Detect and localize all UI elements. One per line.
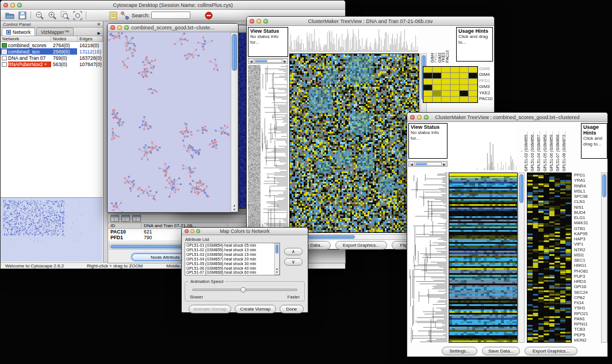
attribute-select-icon[interactable] <box>110 215 119 222</box>
nav-right-icon[interactable]: ▶ <box>282 59 288 63</box>
close-button[interactable] <box>410 115 415 120</box>
heatmap-canvas[interactable] <box>449 173 518 343</box>
save-data-button[interactable]: Save Data... <box>482 347 520 355</box>
close-panel-icon[interactable]: ✕ <box>97 22 101 27</box>
gene-label[interactable]: RPO21 <box>574 311 600 316</box>
nav-left-icon[interactable]: ◀ <box>248 59 254 63</box>
dendrogram-nav[interactable]: ◀ ▶ <box>408 161 447 167</box>
settings-button[interactable]: Settings... <box>442 347 477 355</box>
gene-label[interactable]: PEP5 <box>574 332 600 338</box>
open-session-icon[interactable] <box>4 10 16 20</box>
gene-label[interactable]: KAP95 <box>574 231 600 236</box>
vscroll-thumb[interactable] <box>602 174 606 197</box>
gene-label[interactable]: HMG1 <box>574 263 600 268</box>
close-button[interactable] <box>250 19 254 24</box>
gene-label[interactable]: MAK31 <box>574 220 600 225</box>
birdseye-view[interactable] <box>1 197 103 262</box>
gene-label[interactable]: CLN1 <box>574 199 600 204</box>
network-canvas[interactable] <box>108 32 231 212</box>
zoom-button[interactable] <box>124 25 129 30</box>
nav-track[interactable] <box>414 162 442 166</box>
done-button[interactable]: Done <box>280 305 304 313</box>
gene-label[interactable]: NIS1 <box>574 205 600 210</box>
zoom-in-icon[interactable] <box>47 10 58 20</box>
animate-vizmap-button[interactable]: Animate Vizmap <box>189 305 231 313</box>
row-dendrogram[interactable] <box>408 173 447 343</box>
attribute-item[interactable]: GPL51-02 (GSM855) heat shock 10 min <box>186 248 280 252</box>
zoom-fit-icon[interactable] <box>72 10 83 20</box>
heatmap-hscrollbar[interactable] <box>289 234 419 240</box>
move-down-button[interactable]: ∨ <box>284 258 303 266</box>
gene-label[interactable]: ELG1 <box>574 215 600 220</box>
tab-network[interactable]: Network <box>2 28 35 36</box>
network-row[interactable]: DNA and Tran 07 769(0) 183728(0) <box>1 55 103 61</box>
gene-label[interactable]: BUD4 <box>574 210 600 215</box>
gene-label[interactable]: PUF3 <box>574 274 600 279</box>
gene-label[interactable]: RPN11 <box>574 321 600 327</box>
gene-label[interactable]: HAP3 <box>574 236 600 242</box>
zoom-selected-icon[interactable] <box>59 10 71 20</box>
gene-label[interactable]: RNR4 <box>574 183 600 189</box>
gene-label[interactable]: CPA2 <box>574 295 600 300</box>
create-vizmap-button[interactable]: Create Vizmap <box>235 305 276 313</box>
close-button[interactable] <box>185 229 189 233</box>
tab-overflow-icon[interactable]: ▶ <box>95 31 103 36</box>
heatmap-canvas[interactable] <box>289 53 419 233</box>
attribute-create-icon[interactable] <box>121 215 130 222</box>
dialog-title-bar[interactable]: Map Colors to Network <box>182 228 308 235</box>
attribute-list-scrollbar[interactable]: ▲ ▼ <box>274 243 280 275</box>
network-vscrollbar[interactable]: ▲ ▼ <box>231 32 238 212</box>
gene-list-vscrollbar[interactable] <box>601 173 607 343</box>
col-edges[interactable]: Edges <box>78 36 103 41</box>
scroll-down-icon[interactable]: ▼ <box>231 208 238 211</box>
minimize-button[interactable] <box>10 3 15 7</box>
heatmap-vscrollbar[interactable] <box>518 173 525 343</box>
attribute-item[interactable]: GPL51-06 (GSM859) heat shock 40 min <box>186 266 280 271</box>
gene-label[interactable]: SEC1 <box>574 258 600 263</box>
gene-label[interactable]: HRD3 <box>574 279 600 284</box>
gene-label[interactable]: SPC98 <box>574 194 600 199</box>
selection-heatmap[interactable] <box>527 173 572 343</box>
correlation-matrix[interactable] <box>423 66 478 103</box>
search-input[interactable] <box>151 12 190 19</box>
nav-left-icon[interactable]: ◀ <box>409 162 414 166</box>
vscroll-thumb[interactable] <box>232 34 237 71</box>
zoom-button[interactable] <box>263 19 268 24</box>
treeview-combined-title-bar[interactable]: ClusterMaker TreeView : combined_scores_… <box>407 113 607 122</box>
network-row[interactable]: combined_sco 2569(6) 13112(15) <box>1 48 103 55</box>
scroll-up-icon[interactable]: ▲ <box>231 204 238 207</box>
zoom-button[interactable] <box>424 115 429 120</box>
gene-label[interactable]: MSI1 <box>574 252 600 258</box>
gene-label[interactable]: TCB3 <box>574 327 600 332</box>
minimize-button[interactable] <box>417 115 422 120</box>
export-graphics-button[interactable]: Export Graphics... <box>525 347 577 355</box>
gene-label[interactable]: PAN1 <box>574 316 600 321</box>
dendrogram-nav[interactable]: ◀ ▶ <box>248 58 288 64</box>
gene-label[interactable]: MSL1 <box>574 189 600 194</box>
attribute-item[interactable]: GPL51-01 (GSM854) heat shock 05 min <box>186 243 280 248</box>
zoom-button[interactable] <box>196 229 200 233</box>
gene-label[interactable]: YSH1 <box>574 305 600 311</box>
gene-label[interactable]: GTB1 <box>574 226 600 231</box>
network-window-title-bar[interactable]: combined_scores_good.txt--cluste... <box>108 24 238 32</box>
nav-track[interactable] <box>254 59 282 63</box>
row-dendrogram[interactable] <box>262 65 288 233</box>
nav-right-icon[interactable]: ▶ <box>442 162 447 166</box>
gene-label[interactable]: PFD1 <box>574 173 600 178</box>
zoom-out-icon[interactable] <box>34 10 45 20</box>
gene-label[interactable]: FIG4 <box>574 300 600 305</box>
gene-label[interactable]: MON2 <box>574 338 600 343</box>
network-row[interactable]: combined_scores 2764(0) 16218(0) <box>1 42 103 48</box>
treeview-dna-title-bar[interactable]: ClusterMaker TreeView : DNA and Tran 07-… <box>247 17 494 26</box>
column-dendrogram[interactable] <box>289 27 418 52</box>
gene-label[interactable]: NTR2 <box>574 247 600 252</box>
save-session-icon[interactable] <box>17 10 28 20</box>
network-row[interactable]: RNAPuberNov2 + 563(0) 107847(0) <box>1 61 103 67</box>
gene-label[interactable]: PHO81 <box>574 269 600 274</box>
move-up-button[interactable]: ∧ <box>284 248 303 255</box>
stop-icon[interactable] <box>203 10 215 20</box>
attribute-item[interactable]: GPL51-07 (GSM868) heat shock 60 min <box>186 270 280 275</box>
nav-thumb[interactable] <box>415 163 427 165</box>
close-button[interactable] <box>110 25 115 30</box>
vscroll-thumb[interactable] <box>519 174 523 203</box>
